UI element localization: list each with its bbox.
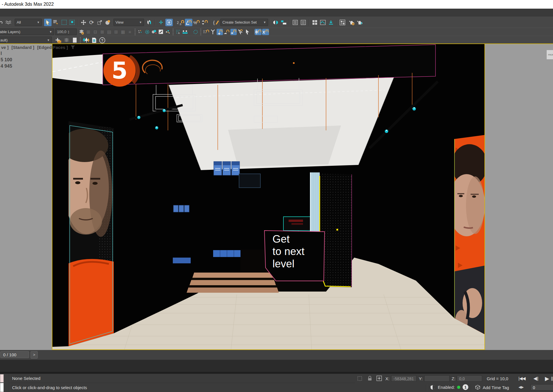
spinner-arrows-icon[interactable]: ▲▼ <box>68 30 70 34</box>
edit-named-selection-sets-button[interactable]: { <box>213 19 220 26</box>
viewport-label[interactable]: ve ] [Standard ] [Edged Faces ] <box>1 45 75 50</box>
help-icon[interactable]: ? <box>99 37 106 44</box>
select-by-name-button[interactable] <box>52 19 60 26</box>
reference-coordinate-dropdown[interactable]: View▼ <box>113 19 144 26</box>
measure-ruler-icon[interactable] <box>182 29 188 35</box>
select-and-place-button[interactable] <box>104 19 111 26</box>
snap-x-toggle[interactable]: X <box>262 29 269 35</box>
create-layer-icon[interactable]: ⊞ <box>85 29 92 35</box>
set-current-layer-icon[interactable]: ⊞ <box>113 29 119 35</box>
viewcube-front-face[interactable]: FRONT <box>548 54 553 56</box>
mirror-button[interactable] <box>272 19 279 26</box>
dots-tool-icon[interactable] <box>137 29 143 35</box>
use-pivot-point-center-button[interactable] <box>146 19 153 26</box>
go-to-end-button[interactable]: || <box>551 376 553 381</box>
select-cursor-icon[interactable] <box>244 29 251 35</box>
select-layer-objects-icon[interactable]: ▤ <box>106 29 112 35</box>
paint-doc-icon[interactable] <box>158 29 164 35</box>
selection-filter-dropdown[interactable]: All▼ <box>15 19 42 26</box>
timeline-ruler[interactable] <box>0 360 553 372</box>
vertex-snap-icon[interactable] <box>210 29 216 35</box>
select-and-rotate-button[interactable]: ⟳ <box>88 19 95 26</box>
toggle-layer-explorer-button[interactable] <box>300 19 307 26</box>
add-time-tag[interactable]: Add Time Tag <box>483 385 509 390</box>
viewport-pov-label[interactable]: ve ] <box>1 45 9 50</box>
viewport[interactable]: ve ] [Standard ] [Edged Faces ] l 5 100 … <box>0 43 553 351</box>
play-button[interactable]: ▶ <box>545 375 549 382</box>
rectangular-selection-region-button[interactable] <box>60 19 68 26</box>
go-to-start-button[interactable]: |◀◀ <box>518 376 525 381</box>
shield-icon[interactable] <box>430 385 435 390</box>
hide-layer-icon[interactable]: ≡ <box>127 29 133 35</box>
select-and-scale-button[interactable] <box>96 19 103 26</box>
track-bar[interactable]: 0 / 100 > <box>0 350 553 360</box>
grid-snap-icon[interactable] <box>203 29 209 35</box>
layer-value-spinner[interactable]: 100,0 ▲▼ <box>55 28 77 35</box>
x-coord-field[interactable]: -58348,281 <box>391 375 416 382</box>
render-setup-button[interactable] <box>348 19 356 26</box>
grid-small-icon[interactable] <box>165 29 171 35</box>
next-frame-button[interactable]: > <box>31 351 38 359</box>
toggle-scene-explorer-button[interactable] <box>291 19 299 26</box>
selection-region-status-icon[interactable] <box>357 376 362 381</box>
dotted-circle-icon[interactable] <box>192 29 199 35</box>
z-coord-field[interactable]: 0,0 <box>457 375 482 382</box>
maxscript-mini-listener-white[interactable] <box>0 383 4 392</box>
material-editor-button[interactable] <box>339 19 346 26</box>
layer-manager-icon[interactable] <box>78 29 85 35</box>
named-selection-set-dropdown[interactable]: Create Selection Set▼ <box>220 19 268 26</box>
create-new-layer-button[interactable] <box>55 37 62 44</box>
align-button[interactable] <box>280 19 287 26</box>
curve-editor-button[interactable] <box>319 19 327 26</box>
enabled-indicator[interactable]: Enabled: 1 <box>438 384 468 390</box>
camera-view[interactable]: 5 <box>52 44 484 349</box>
y-coord-field[interactable] <box>424 375 450 382</box>
angle-snap-toggle[interactable] <box>185 19 192 26</box>
keyboard-shortcut-override-toggle[interactable] <box>165 19 173 26</box>
grid-align-icon[interactable]: A <box>175 29 181 35</box>
maxscript-mini-listener-pink[interactable] <box>0 374 4 383</box>
select-and-link-icon[interactable] <box>0 19 4 26</box>
pivot-snap-toggle[interactable] <box>217 29 223 35</box>
delete-layer-icon[interactable]: ⊟ <box>92 29 99 35</box>
time-slider[interactable]: 0 / 100 <box>0 351 29 358</box>
key-mode-toggle-icon[interactable]: ◀▶ <box>518 385 524 389</box>
select-and-manipulate-button[interactable]: ✛ <box>157 19 165 26</box>
add-to-layer-icon[interactable]: ⊠ <box>99 29 105 35</box>
selectable-layers-dropdown[interactable]: able Layers)▼ <box>0 28 54 35</box>
schematic-view-button[interactable] <box>327 19 335 26</box>
white-swatch[interactable] <box>71 37 78 44</box>
snaps-toggle-25[interactable]: 2.5 <box>177 19 184 26</box>
layer-props-icon[interactable]: ▦ <box>120 29 126 35</box>
viewcube[interactable]: FRONT <box>546 50 553 60</box>
viewport-shading-label[interactable]: [Edged Faces ] <box>37 45 68 50</box>
spinner-snap-toggle[interactable] <box>201 19 209 26</box>
layers-stack-icon[interactable] <box>63 37 70 44</box>
previous-frame-button[interactable]: ◀|| <box>533 376 538 381</box>
select-object-button[interactable] <box>44 19 52 26</box>
target-tool-icon[interactable] <box>144 29 150 35</box>
midpoint-snap-toggle[interactable] <box>230 29 237 35</box>
bind-to-spacewarp-icon[interactable] <box>5 19 12 26</box>
window-crossing-toggle[interactable] <box>68 19 76 26</box>
spheres-tool-icon[interactable] <box>151 29 157 35</box>
toggle-ribbon-button[interactable] <box>311 19 319 26</box>
selection-status: None Selected <box>12 376 40 381</box>
render-button[interactable] <box>356 19 364 26</box>
percent-snap-toggle[interactable]: % <box>193 19 200 26</box>
selection-lock-icon[interactable] <box>368 376 372 381</box>
selected-door-panel[interactable] <box>320 174 352 287</box>
edge-snap-icon[interactable] <box>224 29 230 35</box>
populate-trees-icon[interactable] <box>82 37 90 44</box>
filter-funnel-icon[interactable] <box>71 45 75 49</box>
absolute-offset-toggle-icon[interactable] <box>376 376 382 381</box>
snap-freeze-toggle[interactable] <box>255 29 262 35</box>
cursor-snap-icon[interactable] <box>237 29 244 35</box>
current-frame-field[interactable]: 0 <box>531 384 553 391</box>
select-and-move-button[interactable] <box>80 19 87 26</box>
notes-document-icon[interactable] <box>90 37 98 44</box>
viewport-renderer-label[interactable]: [Standard ] <box>12 45 34 50</box>
reference-coordinate-value: View <box>115 20 124 24</box>
stat-line: 5 100 <box>1 57 12 63</box>
current-layer-dropdown[interactable]: ault)▼ <box>0 37 52 44</box>
